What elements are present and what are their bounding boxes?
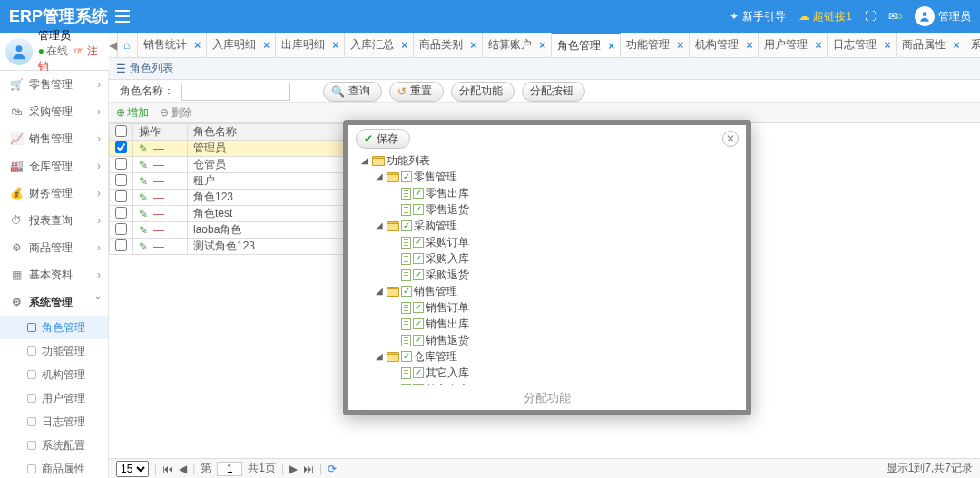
edit-icon[interactable]: ✎ — [139, 240, 148, 253]
tab-2[interactable]: 出库明细× — [276, 33, 345, 57]
tab-close-icon[interactable]: × — [332, 39, 338, 52]
hyperlink-link[interactable]: ☁超链接1 — [799, 9, 852, 24]
edit-icon[interactable]: ✎ — [139, 208, 148, 220]
tab-9[interactable]: 用户管理× — [759, 33, 828, 57]
tab-5[interactable]: 结算账户× — [483, 33, 552, 57]
sidebar-item-7[interactable]: ▦基本资料› — [0, 261, 108, 288]
tab-close-icon[interactable]: × — [608, 40, 614, 53]
checkbox-icon[interactable]: ✓ — [413, 335, 424, 346]
tree-label[interactable]: 零售管理 — [414, 169, 457, 185]
last-page-icon[interactable]: ⏭ — [303, 463, 314, 475]
checkbox-icon[interactable]: ✓ — [401, 220, 412, 231]
tab-close-icon[interactable]: × — [539, 39, 545, 52]
reset-button[interactable]: ↺重置 — [389, 82, 444, 102]
tree-label[interactable]: 销售管理 — [414, 283, 457, 299]
tree-label[interactable]: 采购订单 — [426, 234, 469, 250]
sidebar-sub-2[interactable]: 机构管理 — [0, 363, 108, 386]
row-delete-icon[interactable]: — — [153, 208, 164, 220]
sidebar-sub-6[interactable]: 商品属性 — [0, 457, 108, 478]
assign-fn-button[interactable]: 分配功能 — [451, 82, 514, 102]
page-input[interactable] — [217, 462, 242, 476]
tab-6[interactable]: 角色管理× — [552, 33, 621, 57]
sidebar-sub-1[interactable]: 功能管理 — [0, 339, 108, 363]
row-check[interactable] — [115, 207, 127, 219]
function-tree[interactable]: ◢功能列表◢✓零售管理✓零售出库✓零售退货◢✓采购管理✓采购订单✓采购入库✓采购… — [359, 152, 737, 385]
row-delete-icon[interactable]: — — [153, 224, 164, 237]
tab-close-icon[interactable]: × — [263, 39, 270, 52]
th-check[interactable] — [110, 124, 133, 141]
checkbox-icon[interactable]: ✓ — [401, 351, 412, 362]
tab-1[interactable]: 入库明细× — [207, 33, 276, 57]
sidebar-sub-3[interactable]: 用户管理 — [0, 386, 108, 410]
twisty-icon[interactable]: ◢ — [374, 283, 385, 299]
checkbox-icon[interactable]: ✓ — [413, 318, 424, 329]
sidebar-item-0[interactable]: 🛒零售管理› — [0, 71, 108, 98]
assign-btn-button[interactable]: 分配按钮 — [522, 82, 585, 102]
save-button[interactable]: ✔保存 — [356, 129, 410, 149]
edit-icon[interactable]: ✎ — [139, 191, 148, 204]
twisty-icon[interactable]: ◢ — [359, 152, 370, 169]
tab-8[interactable]: 机构管理× — [690, 33, 759, 57]
expand-icon[interactable]: ⛶ — [865, 10, 876, 23]
close-icon[interactable]: ✕ — [722, 131, 739, 147]
sidebar-item-2[interactable]: 📈销售管理› — [0, 125, 108, 152]
row-delete-icon[interactable]: — — [153, 175, 164, 188]
sidebar-item-4[interactable]: 💰财务管理› — [0, 180, 108, 207]
admin-label[interactable]: 管理员 — [938, 9, 971, 24]
tree-label[interactable]: 零售出库 — [426, 185, 469, 201]
twisty-icon[interactable]: ◢ — [374, 218, 385, 234]
tree-label[interactable]: 其它入库 — [426, 365, 469, 381]
edit-icon[interactable]: ✎ — [139, 159, 148, 171]
tabs-left-icon[interactable]: ◀ — [109, 33, 118, 57]
sidebar-sub-0[interactable]: 角色管理 — [0, 316, 108, 339]
row-delete-icon[interactable]: — — [153, 159, 164, 171]
menu-toggle-icon[interactable] — [115, 10, 130, 23]
tree-label[interactable]: 采购退货 — [426, 267, 469, 283]
tab-7[interactable]: 功能管理× — [621, 33, 690, 57]
tree-label[interactable]: 功能列表 — [387, 152, 430, 169]
avatar-icon[interactable] — [915, 6, 935, 26]
sidebar-item-5[interactable]: ⏱报表查询› — [0, 207, 108, 234]
tab-close-icon[interactable]: × — [677, 39, 683, 52]
checkbox-icon[interactable]: ✓ — [413, 269, 424, 280]
page-size-select[interactable]: 15 — [116, 461, 149, 477]
tab-close-icon[interactable]: × — [884, 39, 890, 52]
tab-close-icon[interactable]: × — [194, 39, 201, 52]
tab-3[interactable]: 入库汇总× — [345, 33, 414, 57]
tree-label[interactable]: 销售订单 — [426, 299, 469, 316]
tab-12[interactable]: 系统配置× — [965, 33, 980, 57]
checkbox-icon[interactable]: ✓ — [413, 367, 424, 378]
delete-button[interactable]: ⊖删除 — [160, 105, 192, 121]
checkbox-icon[interactable]: ✓ — [413, 237, 424, 248]
tab-4[interactable]: 商品类别× — [414, 33, 483, 57]
row-delete-icon[interactable]: — — [153, 142, 164, 155]
tab-home[interactable]: ⌂ — [118, 33, 138, 57]
tab-0[interactable]: 销售统计× — [138, 33, 207, 57]
tree-label[interactable]: 销售退货 — [426, 332, 469, 348]
tab-close-icon[interactable]: × — [401, 39, 407, 52]
sidebar-sub-5[interactable]: 系统配置 — [0, 434, 108, 457]
tab-close-icon[interactable]: × — [746, 39, 752, 52]
tree-label[interactable]: 零售退货 — [426, 201, 469, 218]
prev-page-icon[interactable]: ◀ — [179, 463, 187, 475]
twisty-icon[interactable]: ◢ — [374, 348, 385, 365]
row-check[interactable] — [115, 158, 127, 170]
row-check[interactable] — [115, 239, 127, 251]
add-button[interactable]: ⊕增加 — [116, 105, 149, 121]
row-delete-icon[interactable]: — — [153, 240, 164, 253]
role-name-input[interactable] — [181, 83, 290, 101]
edit-icon[interactable]: ✎ — [139, 142, 148, 155]
edit-icon[interactable]: ✎ — [139, 175, 148, 188]
checkbox-icon[interactable]: ✓ — [401, 171, 412, 182]
row-delete-icon[interactable]: — — [153, 191, 164, 204]
sidebar-item-8[interactable]: ⚙系统管理˅ — [0, 288, 108, 316]
next-page-icon[interactable]: ▶ — [289, 463, 298, 475]
tree-label[interactable]: 采购入库 — [426, 250, 469, 267]
tree-label[interactable]: 采购管理 — [414, 218, 457, 234]
tab-11[interactable]: 商品属性× — [897, 33, 965, 57]
sidebar-sub-4[interactable]: 日志管理 — [0, 410, 108, 434]
checkbox-icon[interactable]: ✓ — [413, 204, 424, 215]
tab-close-icon[interactable]: × — [953, 39, 959, 52]
edit-icon[interactable]: ✎ — [139, 224, 148, 237]
checkbox-icon[interactable]: ✓ — [413, 188, 424, 199]
